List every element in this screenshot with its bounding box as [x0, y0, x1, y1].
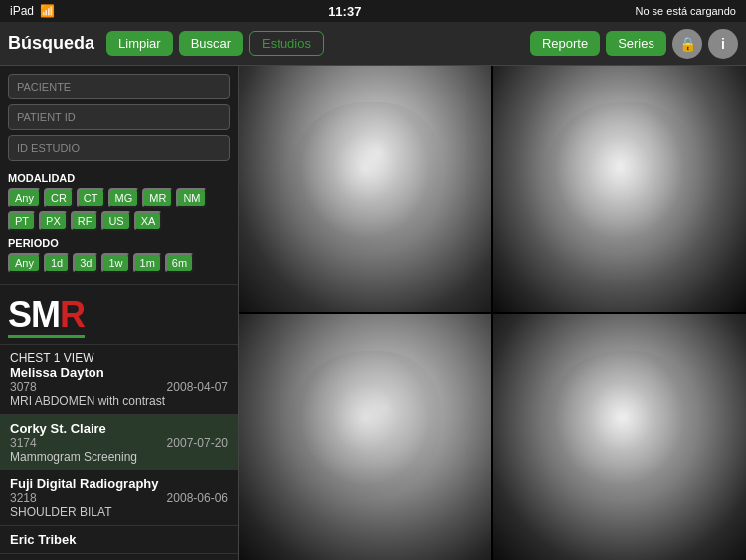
modality-tag-rf[interactable]: RF	[71, 211, 99, 231]
top-bar: Búsqueda Limpiar Buscar Estudios Reporte…	[0, 22, 746, 66]
search-section: MODALIDAD AnyCRCTMGMRNMPTPXRFUSXA PERIOD…	[0, 66, 238, 285]
result-date-1: 2007-07-20	[167, 436, 228, 450]
result-date-0: 2008-04-07	[167, 380, 228, 394]
xray-image-2	[493, 66, 746, 312]
modality-label: MODALIDAD	[8, 172, 230, 184]
modality-tag-pt[interactable]: PT	[8, 211, 36, 231]
modality-tag-nm[interactable]: NM	[176, 188, 207, 208]
xray-image-4	[493, 314, 746, 561]
studies-button[interactable]: Estudios	[249, 31, 324, 56]
lock-button[interactable]: 🔒	[672, 29, 702, 59]
result-name-3: Eric Tribek	[10, 532, 228, 547]
clear-button[interactable]: Limpiar	[106, 31, 173, 56]
result-name-0: Melissa Dayton	[10, 365, 228, 380]
result-title-0: CHEST 1 VIEW	[10, 351, 228, 365]
lock-icon: 🔒	[679, 36, 696, 52]
logo-area: SMR	[0, 285, 238, 345]
logo-underline	[8, 335, 85, 338]
modality-tag-px[interactable]: PX	[39, 211, 68, 231]
xray-top-left[interactable]	[239, 66, 491, 312]
result-item-3[interactable]: Eric Tribek	[0, 526, 238, 554]
search-button[interactable]: Buscar	[179, 31, 243, 56]
result-name-1: Corky St. Claire	[10, 421, 228, 436]
modality-tag-us[interactable]: US	[101, 211, 130, 231]
modality-tag-any[interactable]: Any	[8, 188, 41, 208]
modality-tags: AnyCRCTMGMRNMPTPXRFUSXA	[8, 188, 230, 231]
patient-id-input[interactable]	[8, 104, 230, 130]
results-list: CHEST 1 VIEWMelissa Dayton30782008-04-07…	[0, 345, 238, 560]
result-desc-0: MRI ABDOMEN with contrast	[10, 394, 228, 408]
status-right: No se está cargando	[635, 5, 736, 17]
xray-bottom-left[interactable]	[239, 314, 491, 561]
xray-top-right[interactable]	[493, 66, 746, 312]
modality-tag-cr[interactable]: CR	[44, 188, 74, 208]
xray-bottom-right[interactable]	[493, 314, 746, 561]
logo-text: SMR	[8, 294, 85, 335]
modality-tag-mr[interactable]: MR	[142, 188, 173, 208]
device-label: iPad	[10, 4, 34, 18]
result-item-0[interactable]: CHEST 1 VIEWMelissa Dayton30782008-04-07…	[0, 345, 238, 415]
report-button[interactable]: Reporte	[530, 31, 600, 56]
result-id-2: 3218	[10, 491, 37, 505]
result-id-0: 3078	[10, 380, 37, 394]
period-label: PERIODO	[8, 237, 230, 249]
status-bar: iPad 📶 11:37 No se está cargando	[0, 0, 746, 22]
status-left: iPad 📶	[10, 4, 55, 18]
logo-r: R	[60, 294, 85, 335]
study-id-input[interactable]	[8, 135, 230, 161]
patient-input[interactable]	[8, 74, 230, 99]
info-button[interactable]: i	[708, 29, 738, 59]
period-tags: Any1d3d1w1m6m	[8, 253, 230, 273]
result-desc-1: Mammogram Screening	[10, 450, 228, 464]
result-row-0: 30782008-04-07	[10, 380, 228, 394]
modality-tag-ct[interactable]: CT	[77, 188, 105, 208]
period-tag-6m[interactable]: 6m	[165, 253, 194, 273]
result-name-2: Fuji Digital Radiography	[10, 476, 228, 491]
result-date-2: 2008-06-06	[167, 491, 228, 505]
result-row-2: 32182008-06-06	[10, 491, 228, 505]
xray-image-1	[239, 66, 491, 312]
modality-tag-mg[interactable]: MG	[108, 188, 140, 208]
period-tag-1d[interactable]: 1d	[44, 253, 70, 273]
period-tag-3d[interactable]: 3d	[73, 253, 98, 273]
result-desc-2: SHOULDER BILAT	[10, 505, 228, 519]
right-panel	[239, 66, 746, 560]
period-tag-any[interactable]: Any	[8, 253, 41, 273]
result-id-1: 3174	[10, 436, 37, 450]
series-button[interactable]: Series	[606, 31, 666, 56]
xray-image-3	[239, 314, 491, 561]
status-time: 11:37	[328, 4, 361, 19]
period-tag-1m[interactable]: 1m	[133, 253, 162, 273]
modality-tag-xa[interactable]: XA	[134, 211, 163, 231]
period-tag-1w[interactable]: 1w	[101, 253, 129, 273]
result-item-2[interactable]: Fuji Digital Radiography32182008-06-06SH…	[0, 470, 238, 526]
wifi-icon: 📶	[40, 4, 55, 18]
main-content: MODALIDAD AnyCRCTMGMRNMPTPXRFUSXA PERIOD…	[0, 66, 746, 560]
page-title: Búsqueda	[8, 33, 94, 54]
info-icon: i	[721, 36, 725, 52]
result-item-1[interactable]: Corky St. Claire31742007-07-20Mammogram …	[0, 415, 238, 470]
left-panel: MODALIDAD AnyCRCTMGMRNMPTPXRFUSXA PERIOD…	[0, 66, 239, 560]
result-row-1: 31742007-07-20	[10, 436, 228, 450]
smr-logo: SMR	[8, 297, 85, 338]
